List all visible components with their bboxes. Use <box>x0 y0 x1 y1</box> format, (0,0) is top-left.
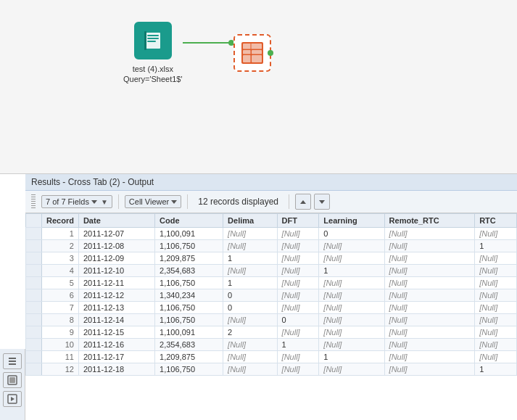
col-header-learning[interactable]: Learning <box>319 214 384 228</box>
cell-rtc: 1 <box>475 363 517 376</box>
table-row[interactable]: 12011-12-071,100,091[Null][Null]0[Null][… <box>26 228 517 240</box>
viewer-label: Cell Viewer <box>129 197 169 206</box>
row-selector-cell[interactable] <box>26 314 42 326</box>
cell-remote-rtc: [Null] <box>384 314 475 326</box>
svg-rect-9 <box>252 50 262 54</box>
drag-handle[interactable] <box>3 353 22 369</box>
viewer-chevron-icon <box>171 200 177 204</box>
cell-date: 2011-12-09 <box>78 252 154 265</box>
viewer-button[interactable]: Cell Viewer <box>125 195 181 208</box>
svg-rect-7 <box>243 44 262 49</box>
cell-learning: [Null] <box>319 326 384 339</box>
cell-record: 8 <box>42 314 79 326</box>
row-selector-cell[interactable] <box>26 339 42 351</box>
col-header-code[interactable]: Code <box>155 214 223 228</box>
cell-dft: [Null] <box>277 326 319 339</box>
cell-remote-rtc: [Null] <box>384 289 475 302</box>
row-selector-cell[interactable] <box>26 265 42 277</box>
input-node[interactable]: test (4).xlsx Query='Sheet1$' <box>123 22 183 85</box>
crosstab-icon <box>239 40 265 66</box>
cell-dft: [Null] <box>277 265 319 277</box>
table-header-row: Record Date Code Delima DFT Learning Rem… <box>26 214 517 228</box>
row-select-button[interactable] <box>3 391 22 407</box>
cell-remote-rtc: [Null] <box>384 265 475 277</box>
svg-rect-5 <box>144 31 146 50</box>
row-selector-cell[interactable] <box>26 289 42 302</box>
crosstab-node-icon[interactable] <box>233 34 271 72</box>
left-panel <box>0 349 25 420</box>
cell-date: 2011-12-13 <box>78 302 154 314</box>
row-selector-cell[interactable] <box>26 228 42 240</box>
table-row[interactable]: 112011-12-171,209,875[Null][Null]1[Null]… <box>26 351 517 363</box>
cell-learning: 0 <box>319 228 384 240</box>
table-row[interactable]: 22011-12-081,106,750[Null][Null][Null][N… <box>26 240 517 252</box>
toolbar: 7 of 7 Fields ▼ Cell Viewer 12 records d… <box>25 191 517 213</box>
cell-delima: [Null] <box>223 240 278 252</box>
cell-dft: [Null] <box>277 240 319 252</box>
table-row[interactable]: 102011-12-162,354,683[Null]1[Null][Null]… <box>26 339 517 351</box>
row-selector-cell[interactable] <box>26 363 42 376</box>
data-table-container[interactable]: Record Date Code Delima DFT Learning Rem… <box>25 213 517 420</box>
svg-rect-19 <box>9 377 15 383</box>
cell-code: 1,106,750 <box>155 314 223 326</box>
cell-rtc: [Null] <box>475 314 517 326</box>
cell-rtc: [Null] <box>475 351 517 363</box>
scroll-down-button[interactable] <box>314 194 330 210</box>
cell-dft: [Null] <box>277 363 319 376</box>
cell-record: 12 <box>42 363 79 376</box>
col-header-dft[interactable]: DFT <box>277 214 319 228</box>
col-header-remote-rtc[interactable]: Remote_RTC <box>384 214 475 228</box>
cell-record: 7 <box>42 302 79 314</box>
cell-date: 2011-12-11 <box>78 277 154 289</box>
table-body: 12011-12-071,100,091[Null][Null]0[Null][… <box>26 228 517 376</box>
fields-extra-chevron: ▼ <box>101 198 108 206</box>
cell-rtc: [Null] <box>475 326 517 339</box>
cell-date: 2011-12-16 <box>78 339 154 351</box>
col-header-date[interactable]: Date <box>78 214 154 228</box>
row-selector-cell[interactable] <box>26 252 42 265</box>
cell-code: 1,100,091 <box>155 326 223 339</box>
cell-delima: 1 <box>223 277 278 289</box>
cell-learning: [Null] <box>319 339 384 351</box>
cell-code: 1,106,750 <box>155 363 223 376</box>
results-panel: Results - Cross Tab (2) - Output 7 of 7 … <box>0 174 517 420</box>
row-selector-cell[interactable] <box>26 277 42 289</box>
cell-code: 1,209,875 <box>155 252 223 265</box>
cell-record: 5 <box>42 277 79 289</box>
toolbar-drag-handle[interactable] <box>31 194 36 209</box>
cell-code: 1,100,091 <box>155 228 223 240</box>
row-selector-cell[interactable] <box>26 326 42 339</box>
cell-learning: [Null] <box>319 363 384 376</box>
col-header-delima[interactable]: Delima <box>223 214 278 228</box>
cell-learning: [Null] <box>319 252 384 265</box>
table-row[interactable]: 62011-12-121,340,2340[Null][Null][Null][… <box>26 289 517 302</box>
table-row[interactable]: 72011-12-131,106,7500[Null][Null][Null][… <box>26 302 517 314</box>
cell-code: 1,106,750 <box>155 302 223 314</box>
select-all-button[interactable] <box>3 372 22 388</box>
svg-rect-10 <box>243 55 251 62</box>
table-row[interactable]: 122011-12-181,106,750[Null][Null][Null][… <box>26 363 517 376</box>
row-selector-cell[interactable] <box>26 351 42 363</box>
cell-rtc: [Null] <box>475 228 517 240</box>
col-header-rtc[interactable]: RTC <box>475 214 517 228</box>
input-node-icon[interactable] <box>134 22 172 59</box>
table-row[interactable]: 92011-12-151,100,0912[Null][Null][Null][… <box>26 326 517 339</box>
table-row[interactable]: 82011-12-141,106,750[Null]0[Null][Null][… <box>26 314 517 326</box>
select-all-icon <box>7 375 17 385</box>
table-row[interactable]: 42011-12-102,354,683[Null][Null]1[Null][… <box>26 265 517 277</box>
cell-date: 2011-12-18 <box>78 363 154 376</box>
cell-delima: [Null] <box>223 363 278 376</box>
cell-dft: [Null] <box>277 302 319 314</box>
scroll-up-button[interactable] <box>295 194 311 210</box>
table-row[interactable]: 32011-12-091,209,8751[Null][Null][Null][… <box>26 252 517 265</box>
table-row[interactable]: 52011-12-111,106,7501[Null][Null][Null][… <box>26 277 517 289</box>
row-selector-cell[interactable] <box>26 302 42 314</box>
toolbar-separator-2 <box>187 194 188 209</box>
cell-date: 2011-12-10 <box>78 265 154 277</box>
row-selector-cell[interactable] <box>26 240 42 252</box>
fields-button[interactable]: 7 of 7 Fields ▼ <box>41 195 112 208</box>
cell-delima: [Null] <box>223 228 278 240</box>
crosstab-node[interactable] <box>233 34 271 72</box>
cell-rtc: [Null] <box>475 252 517 265</box>
col-header-record[interactable]: Record <box>42 214 79 228</box>
